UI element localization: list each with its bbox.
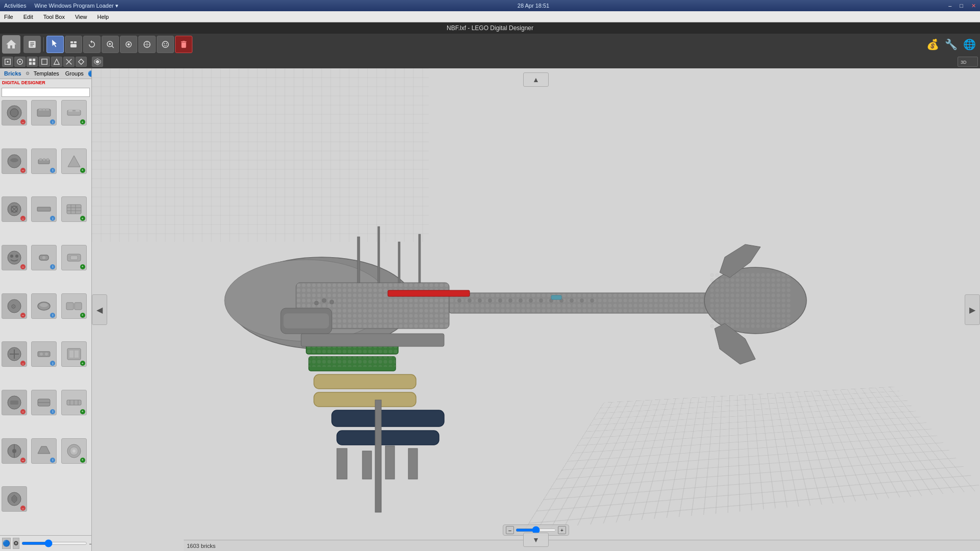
nav-right-btn[interactable]: ▶ <box>965 294 980 325</box>
svg-rect-118 <box>332 410 444 427</box>
search-input[interactable] <box>2 88 90 97</box>
brick-item[interactable]: + <box>61 245 87 270</box>
sub-btn-7[interactable] <box>76 57 87 67</box>
svg-rect-68 <box>75 303 82 310</box>
arrow-up-btn[interactable]: ▲ <box>523 72 549 87</box>
svg-rect-38 <box>76 109 80 112</box>
svg-rect-123 <box>408 448 418 479</box>
sub-btn-4[interactable] <box>39 57 50 67</box>
menu-toolbox[interactable]: Tool Box <box>41 13 67 21</box>
brick-badge: – <box>20 168 26 173</box>
svg-line-4 <box>112 46 114 48</box>
brick-item[interactable]: + <box>61 100 87 126</box>
pan-tool-btn[interactable] <box>65 36 82 53</box>
svg-point-74 <box>45 353 48 356</box>
svg-rect-51 <box>67 205 81 214</box>
panel-btn-1[interactable]: 🔵 <box>2 538 11 549</box>
globe-btn[interactable]: 🌐 <box>961 36 978 53</box>
rotate-tool-btn[interactable] <box>83 36 101 53</box>
brick-item[interactable]: – <box>2 196 27 222</box>
sub-btn-3[interactable] <box>27 57 38 67</box>
svg-rect-117 <box>314 392 416 407</box>
hinge-tool-btn[interactable] <box>138 36 156 53</box>
svg-rect-50 <box>37 207 51 211</box>
zoom-minus-btn[interactable]: – <box>506 526 514 534</box>
brick-item[interactable]: i <box>31 148 57 174</box>
datetime: 28 Apr 18:51 <box>127 3 940 9</box>
brick-item[interactable]: – <box>2 148 27 174</box>
brick-item[interactable]: + <box>61 293 87 319</box>
brick-item[interactable]: i <box>31 245 57 270</box>
svg-rect-67 <box>66 303 74 310</box>
menu-file[interactable]: File <box>2 13 15 21</box>
panel-btn-2[interactable]: ⚙ <box>13 538 19 549</box>
select-tool-btn[interactable] <box>46 36 64 53</box>
tab-bricks[interactable]: Bricks <box>2 70 23 77</box>
sub-btn-5[interactable] <box>51 57 62 67</box>
brick-item[interactable]: i <box>31 293 57 319</box>
nav-left-btn[interactable]: ◀ <box>92 294 107 325</box>
brick-item[interactable]: i <box>31 438 57 464</box>
zoom-slider[interactable] <box>21 542 87 545</box>
brick-item[interactable]: – <box>2 341 27 367</box>
svg-rect-108 <box>357 237 360 283</box>
menu-help[interactable]: Help <box>95 13 111 21</box>
brick-item[interactable]: + <box>61 390 87 415</box>
brick-item[interactable]: – <box>2 390 27 415</box>
svg-marker-24 <box>54 59 60 65</box>
app-title-bar: NBF.lxf - LEGO Digital Designer <box>0 22 980 34</box>
svg-rect-1 <box>74 41 77 43</box>
brick-item[interactable]: i <box>31 196 57 222</box>
zoom-plus-btn[interactable]: + <box>558 526 566 534</box>
maximize-btn[interactable]: □ <box>960 3 963 9</box>
paint-tool-btn[interactable] <box>120 36 137 53</box>
minimize-btn[interactable]: – <box>948 3 951 9</box>
svg-rect-72 <box>38 352 50 357</box>
close-btn[interactable]: ✕ <box>971 3 976 9</box>
face-tool-btn[interactable] <box>157 36 174 53</box>
sub-btn-1[interactable] <box>2 57 13 67</box>
coins-btn[interactable]: 💰 <box>924 36 941 53</box>
brick-badge: – <box>20 313 26 318</box>
bricklink-btn[interactable]: 🔧 <box>942 36 960 53</box>
sub-btn-view[interactable] <box>92 57 103 67</box>
brick-badge: + <box>80 216 85 221</box>
svg-rect-116 <box>314 374 416 389</box>
brick-item[interactable]: i <box>31 100 57 126</box>
view3d-btn[interactable]: 3D <box>958 57 978 67</box>
menu-bar: File Edit Tool Box View Help <box>0 11 980 22</box>
svg-point-139 <box>570 299 574 303</box>
home-icon-area <box>2 35 20 54</box>
svg-point-56 <box>8 251 21 264</box>
menu-view[interactable]: View <box>73 13 89 21</box>
svg-point-134 <box>519 299 523 303</box>
brick-item[interactable]: i <box>31 341 57 367</box>
brick-item[interactable]: i <box>31 390 57 415</box>
svg-text:⚙: ⚙ <box>11 303 16 310</box>
zoom-tool-btn[interactable] <box>102 36 119 53</box>
brick-item[interactable]: + <box>61 341 87 367</box>
brick-item[interactable]: – <box>2 486 27 512</box>
brick-item[interactable]: + <box>61 196 87 222</box>
brick-item[interactable]: – <box>2 438 27 464</box>
brick-item[interactable]: + <box>61 438 87 464</box>
brick-item[interactable]: + <box>61 148 87 174</box>
sub-btn-2[interactable] <box>14 57 26 67</box>
arrow-down-btn[interactable]: ▼ <box>523 533 549 547</box>
svg-rect-144 <box>551 295 561 299</box>
tab-groups[interactable]: Groups <box>63 70 86 77</box>
tab-templates[interactable]: Templates <box>32 70 61 77</box>
activities-label[interactable]: Activities <box>4 3 26 9</box>
menu-edit[interactable]: Edit <box>21 13 35 21</box>
canvas-area: ◀ ▶ ▲ <box>92 68 980 551</box>
delete-tool-btn[interactable] <box>175 36 192 53</box>
sub-btn-6[interactable] <box>63 57 75 67</box>
zoom-range-input[interactable] <box>516 529 556 532</box>
new-btn[interactable] <box>23 36 41 53</box>
svg-point-14 <box>166 43 167 44</box>
wine-loader-label[interactable]: Wine Windows Program Loader ▾ <box>34 3 118 9</box>
brick-item[interactable]: ⚙ – <box>2 293 27 319</box>
brick-item[interactable]: – <box>2 245 27 270</box>
brick-item[interactable]: – <box>2 100 27 126</box>
svg-point-130 <box>478 299 482 303</box>
